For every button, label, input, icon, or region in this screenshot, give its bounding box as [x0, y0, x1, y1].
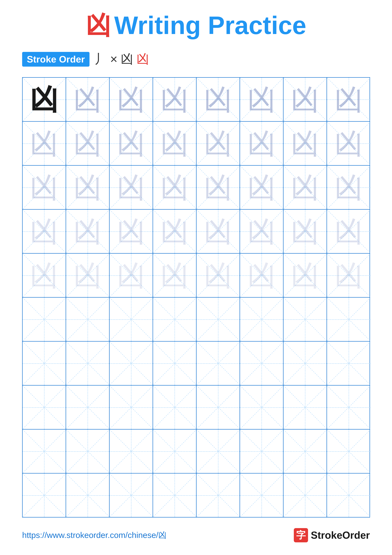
svg-line-134: [153, 430, 196, 473]
grid-cell[interactable]: 凶: [66, 166, 110, 209]
grid-cell[interactable]: [153, 342, 197, 385]
grid-cell[interactable]: [23, 386, 66, 429]
svg-line-135: [153, 430, 196, 473]
svg-line-93: [284, 298, 327, 341]
grid-cell[interactable]: 凶: [110, 254, 153, 297]
grid-cell[interactable]: [66, 298, 110, 341]
grid-cell[interactable]: [66, 386, 110, 429]
svg-line-129: [23, 430, 66, 473]
grid-cell[interactable]: 凶: [240, 254, 284, 297]
grid-cell[interactable]: [66, 430, 110, 473]
grid-cell[interactable]: [23, 430, 66, 473]
practice-char: 凶: [247, 173, 276, 202]
grid-cell[interactable]: 凶: [284, 254, 327, 297]
svg-line-91: [240, 298, 283, 341]
grid-cell[interactable]: [240, 298, 284, 341]
writing-grid[interactable]: 凶 凶 凶 凶 凶 凶 凶: [22, 77, 370, 518]
grid-cell[interactable]: 凶: [240, 210, 284, 253]
svg-line-80: [23, 298, 66, 341]
grid-cell[interactable]: 凶: [284, 210, 327, 253]
grid-cell[interactable]: [240, 386, 284, 429]
svg-line-158: [327, 474, 371, 517]
grid-cell[interactable]: [197, 430, 240, 473]
grid-cell[interactable]: 凶: [240, 122, 284, 165]
grid-cell[interactable]: 凶: [23, 122, 66, 165]
grid-cell[interactable]: [110, 298, 153, 341]
grid-cell[interactable]: [66, 474, 110, 517]
grid-cell[interactable]: 凶: [23, 210, 66, 253]
grid-cell[interactable]: 凶: [110, 78, 153, 121]
grid-cell[interactable]: [110, 474, 153, 517]
svg-line-123: [240, 386, 283, 429]
grid-cell[interactable]: [23, 298, 66, 341]
grid-cell[interactable]: 凶: [66, 254, 110, 297]
grid-cell[interactable]: 凶: [240, 166, 284, 209]
grid-cell[interactable]: [110, 342, 153, 385]
grid-cell[interactable]: [110, 386, 153, 429]
grid-cell[interactable]: 凶: [110, 210, 153, 253]
grid-cell[interactable]: 凶: [23, 166, 66, 209]
grid-cell[interactable]: [197, 386, 240, 429]
grid-cell[interactable]: 凶: [23, 78, 66, 121]
grid-cell[interactable]: [284, 298, 327, 341]
grid-cell[interactable]: [327, 298, 371, 341]
grid-cell[interactable]: [284, 474, 327, 517]
svg-line-100: [110, 342, 153, 385]
grid-cell[interactable]: 凶: [284, 166, 327, 209]
grid-cell[interactable]: 凶: [240, 78, 284, 121]
grid-cell[interactable]: [284, 386, 327, 429]
practice-char: 凶: [160, 129, 189, 158]
grid-cell[interactable]: [153, 298, 197, 341]
svg-line-139: [240, 430, 283, 473]
grid-cell[interactable]: [66, 342, 110, 385]
grid-cell[interactable]: 凶: [153, 122, 197, 165]
grid-cell[interactable]: [240, 430, 284, 473]
practice-char: 凶: [117, 173, 145, 202]
grid-row: 凶 凶 凶 凶 凶 凶 凶: [23, 78, 370, 122]
grid-cell[interactable]: 凶: [327, 166, 371, 209]
grid-cell[interactable]: 凶: [197, 166, 240, 209]
grid-cell[interactable]: [197, 298, 240, 341]
grid-cell[interactable]: 凶: [153, 166, 197, 209]
grid-cell[interactable]: 凶: [284, 122, 327, 165]
practice-char: 凶: [117, 129, 145, 158]
practice-char: 凶: [335, 261, 363, 290]
grid-cell[interactable]: [327, 386, 371, 429]
grid-cell[interactable]: 凶: [197, 254, 240, 297]
grid-cell[interactable]: [23, 474, 66, 517]
grid-cell[interactable]: 凶: [23, 254, 66, 297]
grid-cell[interactable]: 凶: [327, 122, 371, 165]
grid-cell[interactable]: 凶: [66, 210, 110, 253]
grid-cell[interactable]: [240, 474, 284, 517]
grid-cell[interactable]: 凶: [66, 78, 110, 121]
grid-cell[interactable]: 凶: [153, 78, 197, 121]
grid-cell[interactable]: [327, 474, 371, 517]
grid-cell[interactable]: [153, 474, 197, 517]
grid-cell[interactable]: [284, 430, 327, 473]
grid-cell[interactable]: [23, 342, 66, 385]
grid-cell[interactable]: 凶: [284, 78, 327, 121]
grid-cell[interactable]: [327, 430, 371, 473]
grid-cell[interactable]: [197, 474, 240, 517]
grid-cell[interactable]: 凶: [66, 122, 110, 165]
grid-cell[interactable]: 凶: [153, 210, 197, 253]
svg-line-96: [23, 342, 66, 385]
grid-cell[interactable]: 凶: [197, 210, 240, 253]
footer-url[interactable]: https://www.strokeorder.com/chinese/凶: [22, 530, 166, 541]
grid-cell[interactable]: 凶: [327, 210, 371, 253]
grid-cell[interactable]: [153, 430, 197, 473]
grid-cell[interactable]: 凶: [197, 78, 240, 121]
grid-cell[interactable]: 凶: [197, 122, 240, 165]
grid-cell[interactable]: [197, 342, 240, 385]
grid-cell[interactable]: [110, 430, 153, 473]
grid-cell[interactable]: 凶: [110, 122, 153, 165]
grid-cell[interactable]: 凶: [110, 166, 153, 209]
grid-cell[interactable]: [153, 386, 197, 429]
grid-cell[interactable]: 凶: [327, 78, 371, 121]
grid-cell[interactable]: [284, 342, 327, 385]
grid-cell[interactable]: 凶: [327, 254, 371, 297]
grid-cell[interactable]: [240, 342, 284, 385]
grid-row: [23, 342, 370, 386]
grid-cell[interactable]: 凶: [153, 254, 197, 297]
grid-cell[interactable]: [327, 342, 371, 385]
